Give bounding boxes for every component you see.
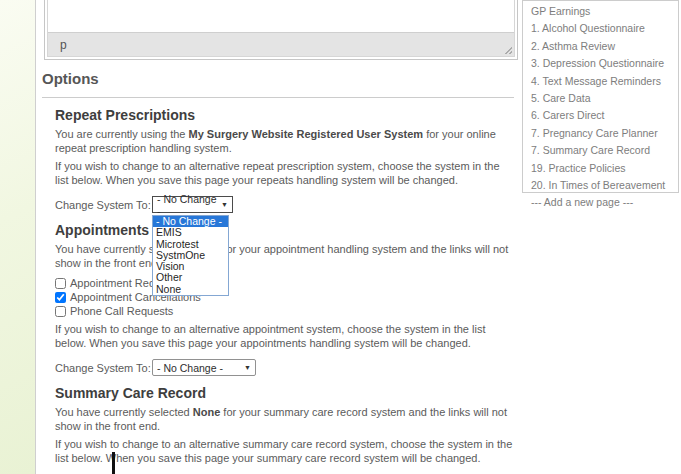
current-system-name: My Surgery Website Registered User Syste… — [189, 128, 424, 140]
wysiwyg-editor-statusbar: p — [48, 32, 514, 56]
sidebar-item-practice-policies[interactable]: 19. Practice Policies — [523, 160, 678, 177]
repeat-current-system-text: You are currently using the My Surgery W… — [55, 128, 514, 155]
sidebar-item-gp-earnings[interactable]: GP Earnings — [523, 3, 678, 20]
appointments-change-help-text: If you wish to change to an alternative … — [55, 323, 514, 350]
appointments-title: Appointments — [55, 222, 514, 238]
dropdown-option-none[interactable]: None — [153, 284, 228, 295]
wysiwyg-editor: p — [44, 0, 518, 60]
summary-current-system-text: You have currently selected None for you… — [55, 406, 514, 433]
summary-change-help-text: If you wish to change to an alternative … — [55, 438, 514, 465]
sidebar-item-alcohol-questionnaire[interactable]: 1. Alcohol Questionnaire — [523, 20, 678, 37]
appointments-current-system-text: You have currently selected None for you… — [55, 243, 514, 270]
appointments-change-system-row: Change System To: - No Change - ▼ — [55, 359, 514, 376]
resize-grip-icon[interactable] — [502, 44, 512, 54]
phone-call-requests-checkbox[interactable] — [55, 306, 66, 317]
sidebar-item-carers-direct[interactable]: 6. Carers Direct — [523, 107, 678, 124]
sidebar-item-depression-questionnaire[interactable]: 3. Depression Questionnaire — [523, 55, 678, 72]
text: You are currently using the — [55, 128, 189, 140]
appointments-system-select[interactable]: - No Change - ▼ — [152, 359, 256, 376]
appointment-cancellations-checkbox[interactable] — [55, 292, 66, 303]
repeat-prescriptions-title: Repeat Prescriptions — [55, 107, 514, 123]
sidebar-item-pregnancy-care-planner[interactable]: 7. Pregnancy Care Planner — [523, 125, 678, 142]
section-repeat-prescriptions: Repeat Prescriptions You are currently u… — [42, 107, 514, 213]
page: p GP Earnings 1. Alcohol Questionnaire 2… — [0, 0, 681, 474]
checkbox-label: Phone Call Requests — [70, 305, 173, 318]
options-panel: Options Repeat Prescriptions You are cur… — [42, 62, 514, 470]
repeat-change-help-text: If you wish to change to an alternative … — [55, 160, 514, 187]
select-value: - No Change - — [157, 193, 217, 217]
divider — [42, 97, 514, 98]
sidebar-item-care-data[interactable]: 5. Care Data — [523, 90, 678, 107]
repeat-system-select[interactable]: - No Change - ▼ — [152, 196, 233, 213]
sidebar-item-add-new-page[interactable]: --- Add a new page --- — [523, 194, 678, 211]
sidebar-item-in-times-of-bereavement[interactable]: 20. In Times of Bereavement — [523, 177, 678, 194]
phone-call-requests-row: Phone Call Requests — [55, 305, 514, 318]
appointment-cancellations-row: Appointment Cancellations — [55, 291, 514, 304]
sidebar-item-asthma-review[interactable]: 2. Asthma Review — [523, 38, 678, 55]
wysiwyg-editor-frame: p — [47, 0, 515, 57]
text-cursor — [112, 452, 115, 474]
current-system-name: None — [193, 406, 221, 418]
appointment-requests-checkbox[interactable] — [55, 278, 66, 289]
page-title: Options — [42, 70, 514, 87]
select-value: - No Change - — [157, 362, 223, 374]
summary-care-record-title: Summary Care Record — [55, 385, 514, 401]
appointments-options-group: Appointment Requests Appointment Cancell… — [55, 277, 514, 318]
repeat-change-system-row: Change System To: - No Change - ▼ — [55, 196, 514, 213]
wysiwyg-editor-content[interactable] — [48, 0, 514, 32]
appointment-requests-row: Appointment Requests — [55, 277, 514, 290]
change-system-label: Change System To: — [55, 362, 152, 374]
section-appointments: Appointments You have currently selected… — [42, 222, 514, 376]
repeat-system-dropdown-list: - No Change - EMIS Microtest SystmOne Vi… — [152, 215, 229, 296]
change-system-label: Change System To: — [55, 199, 152, 211]
page-left-gutter — [0, 0, 36, 474]
dropdown-option-emis[interactable]: EMIS — [153, 227, 228, 238]
editor-element-path[interactable]: p — [60, 38, 67, 52]
pages-sidebar: GP Earnings 1. Alcohol Questionnaire 2. … — [522, 0, 679, 193]
chevron-down-icon: ▼ — [221, 201, 228, 208]
text: You have currently selected — [55, 406, 193, 418]
sidebar-item-text-message-reminders[interactable]: 4. Text Message Reminders — [523, 73, 678, 90]
chevron-down-icon: ▼ — [244, 364, 251, 371]
sidebar-item-summary-care-record[interactable]: 7. Summary Care Record — [523, 142, 678, 159]
